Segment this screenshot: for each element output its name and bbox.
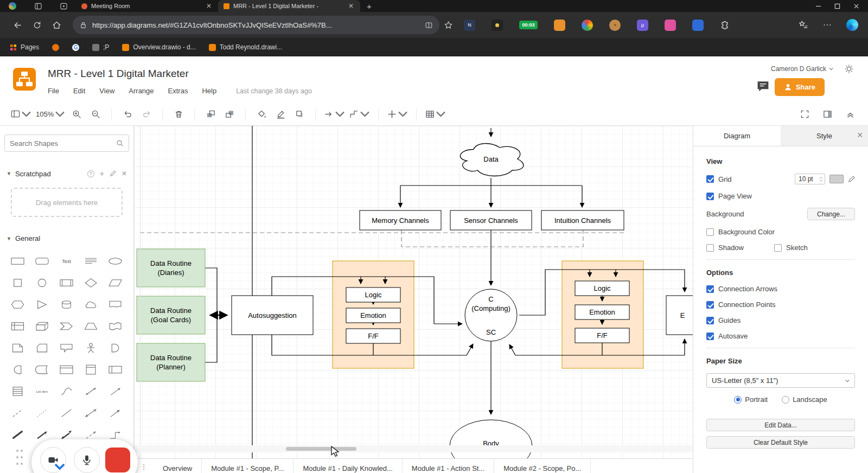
extensions-puzzle-icon[interactable] bbox=[720, 20, 731, 30]
refresh-button[interactable] bbox=[27, 15, 47, 35]
panel-close-icon[interactable]: ✕ bbox=[857, 131, 863, 139]
share-button[interactable]: Share bbox=[775, 78, 825, 96]
shape-trapezoid[interactable] bbox=[79, 315, 103, 337]
tab-close-icon[interactable]: ✕ bbox=[347, 2, 355, 10]
address-bar[interactable]: https://app.diagrams.net/#G1ZA1cvItOnbno… bbox=[73, 16, 439, 34]
scratchpad-help-icon[interactable]: ? bbox=[87, 170, 94, 177]
shape-and[interactable] bbox=[5, 359, 30, 380]
shape-callout[interactable] bbox=[54, 337, 79, 359]
line-color-button[interactable] bbox=[273, 106, 288, 123]
minimize-icon[interactable] bbox=[815, 3, 821, 9]
extension-icon-6[interactable] bbox=[665, 20, 676, 31]
bookmark-overview-drawio[interactable]: Overview.drawio - d... bbox=[122, 43, 195, 51]
home-button[interactable] bbox=[47, 15, 66, 35]
fullscreen-button[interactable] bbox=[797, 106, 812, 123]
shape-ellipse[interactable] bbox=[103, 250, 127, 272]
clear-default-style-button[interactable]: Clear Default Style bbox=[706, 436, 855, 449]
mic-button[interactable] bbox=[74, 447, 100, 473]
shape-dotted-line[interactable] bbox=[30, 402, 54, 424]
favorite-star-button[interactable] bbox=[444, 21, 453, 30]
shape-list[interactable] bbox=[5, 380, 30, 402]
extension-icon-3[interactable] bbox=[554, 20, 565, 31]
connection-points-checkbox[interactable] bbox=[706, 301, 714, 309]
copilot-icon[interactable] bbox=[846, 19, 858, 31]
settings-more-icon[interactable] bbox=[822, 20, 832, 30]
connection-button[interactable] bbox=[324, 106, 344, 123]
drawio-logo[interactable] bbox=[13, 68, 36, 91]
node-data-routine-goal-cards[interactable] bbox=[137, 296, 205, 334]
table-button[interactable] bbox=[425, 106, 445, 123]
grid-color-swatch[interactable] bbox=[829, 175, 844, 183]
landscape-radio[interactable] bbox=[782, 396, 789, 404]
shape-step[interactable] bbox=[54, 315, 79, 337]
edit-pencil-icon[interactable] bbox=[848, 176, 855, 183]
shape-container[interactable] bbox=[54, 359, 79, 380]
workspaces-icon[interactable] bbox=[60, 3, 67, 10]
back-button[interactable] bbox=[8, 15, 27, 35]
close-window-icon[interactable] bbox=[853, 3, 859, 9]
split-screen-icon[interactable] bbox=[425, 21, 433, 29]
scratchpad-close-icon[interactable]: ✕ bbox=[122, 170, 127, 177]
timer-extension-badge[interactable]: 00:03 bbox=[519, 21, 538, 29]
shape-document[interactable] bbox=[103, 293, 127, 315]
guides-checkbox[interactable] bbox=[706, 317, 714, 324]
extension-icon-7[interactable] bbox=[692, 20, 704, 31]
shape-cloud[interactable] bbox=[79, 293, 103, 315]
shape-parallelogram[interactable] bbox=[103, 272, 127, 293]
shape-internal-storage[interactable] bbox=[5, 315, 30, 337]
change-background-button[interactable]: Change... bbox=[807, 208, 855, 220]
shape-diamond[interactable] bbox=[79, 272, 103, 293]
edge-arrow[interactable] bbox=[509, 344, 515, 355]
shadow-checkbox[interactable] bbox=[706, 244, 714, 252]
shape-dashed-line[interactable] bbox=[5, 402, 30, 424]
favorites-bar-icon[interactable] bbox=[799, 20, 808, 30]
horizontal-scrollbar[interactable] bbox=[134, 445, 693, 452]
scratchpad-drop-area[interactable]: Drag elements here bbox=[11, 188, 123, 217]
undo-button[interactable] bbox=[120, 106, 135, 123]
bookmark-favicon-orange[interactable] bbox=[52, 44, 59, 51]
shape-horizontal-container[interactable] bbox=[103, 359, 127, 380]
autosave-checkbox[interactable] bbox=[706, 333, 714, 340]
page-tab-module1-action[interactable]: Module #1 - Action St... bbox=[403, 459, 494, 473]
scrollbar-thumb[interactable] bbox=[286, 447, 356, 451]
stop-recording-button[interactable] bbox=[105, 448, 130, 472]
camera-options-chevron-icon[interactable] bbox=[54, 461, 65, 472]
shape-tape[interactable] bbox=[103, 315, 127, 337]
comments-icon[interactable] bbox=[756, 80, 770, 93]
shape-search-box[interactable] bbox=[4, 135, 129, 152]
tab-close-icon[interactable]: ✕ bbox=[205, 2, 213, 10]
shape-cylinder[interactable] bbox=[54, 293, 79, 315]
menu-edit[interactable]: Edit bbox=[73, 87, 85, 95]
bookmark-p[interactable]: ;P bbox=[92, 43, 109, 51]
to-back-button[interactable] bbox=[222, 106, 237, 123]
scratchpad-add-icon[interactable]: + bbox=[100, 169, 104, 178]
shape-data-storage[interactable] bbox=[30, 359, 54, 380]
grid-size-input[interactable]: 10 pt bbox=[795, 174, 825, 184]
shape-rounded-rectangle[interactable] bbox=[30, 250, 54, 272]
to-front-button[interactable] bbox=[203, 106, 218, 123]
fill-color-button[interactable] bbox=[254, 106, 269, 123]
diagram-canvas[interactable]: Data Memory Channels Sensor Channels Int… bbox=[134, 126, 693, 458]
vertical-tabs-icon[interactable] bbox=[35, 3, 42, 10]
general-section-header[interactable]: ▼ General bbox=[7, 234, 127, 242]
new-tab-button[interactable]: + bbox=[367, 2, 372, 11]
theme-toggle-icon[interactable] bbox=[844, 64, 854, 74]
shape-circle[interactable] bbox=[30, 272, 54, 293]
zoom-in-button[interactable] bbox=[69, 106, 84, 123]
portrait-option[interactable]: Portrait bbox=[734, 395, 768, 404]
camera-button[interactable] bbox=[40, 447, 66, 473]
edge-arrow[interactable] bbox=[467, 344, 473, 355]
shape-textbox[interactable] bbox=[79, 250, 103, 272]
cookie-extension-icon[interactable] bbox=[609, 20, 621, 31]
paper-size-select[interactable]: US-Letter (8,5" x 11") bbox=[706, 373, 855, 388]
grid-checkbox[interactable] bbox=[706, 175, 714, 183]
shape-card[interactable] bbox=[30, 337, 54, 359]
bookmark-pages[interactable]: Pages bbox=[10, 43, 39, 51]
browser-tab-drawio[interactable]: MRR - Level 1 Digital Marketer - ✕ bbox=[218, 0, 360, 12]
delete-button[interactable] bbox=[171, 106, 186, 123]
edge-dashed-boundary[interactable] bbox=[140, 230, 624, 247]
node-data-routine-diaries[interactable] bbox=[137, 249, 205, 287]
waypoints-button[interactable] bbox=[349, 106, 369, 123]
diagram-svg[interactable]: Data Memory Channels Sensor Channels Int… bbox=[134, 126, 693, 458]
grid-size-steppers[interactable] bbox=[819, 177, 823, 182]
